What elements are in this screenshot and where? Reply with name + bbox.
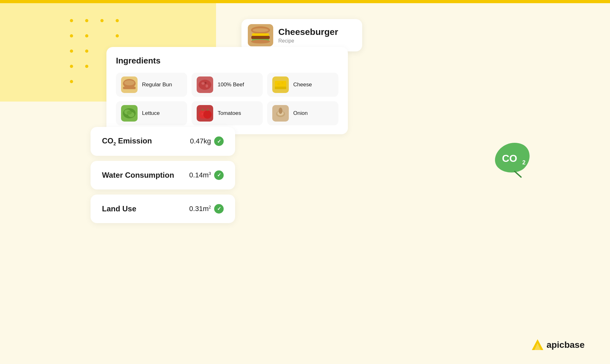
ingredient-onion-label: Onion xyxy=(293,110,308,116)
ingredient-tomato-image xyxy=(197,105,213,122)
recipe-card: Cheeseburger Recipe xyxy=(241,19,362,51)
apicbase-logo-icon xyxy=(531,339,544,351)
svg-point-10 xyxy=(201,82,205,85)
ingredient-onion-image xyxy=(272,105,289,122)
recipe-subtitle: Recipe xyxy=(278,38,338,44)
water-check-icon: ✓ xyxy=(214,170,224,180)
svg-point-7 xyxy=(124,80,134,85)
dot xyxy=(85,34,88,37)
ingredient-lettuce-label: Lettuce xyxy=(142,110,160,116)
dot xyxy=(85,50,88,53)
recipe-title: Cheeseburger xyxy=(278,27,338,37)
svg-point-5 xyxy=(251,40,270,43)
svg-line-23 xyxy=(202,109,203,111)
dot xyxy=(70,65,73,68)
water-consumption-card: Water Consumption 0.14m3 ✓ xyxy=(91,161,235,189)
dot xyxy=(85,19,88,22)
svg-point-25 xyxy=(201,113,203,115)
co2-label: CO2 Emission xyxy=(102,136,152,146)
dot xyxy=(70,19,73,22)
svg-point-9 xyxy=(199,80,211,90)
svg-point-22 xyxy=(203,110,212,119)
ingredient-beef-label: 100% Beef xyxy=(218,82,244,88)
ingredient-tomatoes: Tomatoes xyxy=(192,101,263,125)
land-value: 0.31m2 xyxy=(189,205,211,213)
svg-point-11 xyxy=(206,84,208,88)
ingredient-bun-image xyxy=(121,76,138,93)
svg-rect-14 xyxy=(275,87,286,89)
ingredient-cheese-image xyxy=(272,76,289,93)
dot xyxy=(70,80,73,83)
ingredient-bun-label: Regular Bun xyxy=(142,82,172,88)
svg-point-20 xyxy=(127,111,132,115)
ingredient-beef: 100% Beef xyxy=(192,73,263,97)
ingredient-lettuce-image xyxy=(121,105,138,122)
svg-point-12 xyxy=(205,82,207,84)
land-check-icon: ✓ xyxy=(214,204,224,214)
burger-image-icon xyxy=(249,26,272,45)
ingredient-beef-image xyxy=(197,76,213,93)
ingredients-title: Ingredients xyxy=(116,56,338,66)
svg-point-29 xyxy=(279,108,282,114)
svg-text:CO: CO xyxy=(502,153,517,164)
svg-point-16 xyxy=(281,82,283,84)
water-value: 0.14m3 xyxy=(189,171,211,179)
ingredient-lettuce: Lettuce xyxy=(116,101,187,125)
dot xyxy=(70,50,73,53)
water-label: Water Consumption xyxy=(102,171,174,180)
co2-emission-card: CO2 Emission 0.47kg ✓ xyxy=(91,127,235,156)
land-value-group: 0.31m2 ✓ xyxy=(189,204,224,214)
land-label: Land Use xyxy=(102,204,136,213)
svg-line-24 xyxy=(207,109,208,111)
ingredient-onion: Onion xyxy=(267,101,338,125)
dot xyxy=(85,65,88,68)
stats-area: CO2 Emission 0.47kg ✓ Water Consumption … xyxy=(91,127,235,223)
recipe-image xyxy=(248,24,273,46)
ingredient-cheese: Cheese xyxy=(267,73,338,97)
apicbase-name: apicbase xyxy=(546,340,585,350)
co2-leaf-decoration: CO 2 xyxy=(492,140,537,178)
ingredients-card: Ingredients Regular Bun xyxy=(106,47,348,134)
svg-rect-3 xyxy=(251,36,270,39)
land-use-card: Land Use 0.31m2 ✓ xyxy=(91,195,235,223)
co2-value: 0.47kg xyxy=(190,137,211,145)
top-bar xyxy=(0,0,610,3)
water-value-group: 0.14m3 ✓ xyxy=(189,170,224,180)
svg-line-30 xyxy=(515,171,521,177)
svg-point-1 xyxy=(253,28,268,32)
dot xyxy=(116,19,119,22)
dot xyxy=(100,19,104,22)
dot xyxy=(116,34,119,37)
recipe-info: Cheeseburger Recipe xyxy=(278,27,338,44)
dot xyxy=(70,34,73,37)
svg-rect-2 xyxy=(252,33,269,36)
ingredients-grid: Regular Bun 100% Beef xyxy=(116,73,338,125)
svg-point-15 xyxy=(277,83,280,85)
ingredient-cheese-label: Cheese xyxy=(293,82,312,88)
svg-text:2: 2 xyxy=(522,159,525,166)
co2-check-icon: ✓ xyxy=(214,136,224,146)
svg-rect-8 xyxy=(123,87,136,89)
apicbase-logo: apicbase xyxy=(531,339,585,351)
ingredient-bun: Regular Bun xyxy=(116,73,187,97)
ingredient-tomatoes-label: Tomatoes xyxy=(218,110,241,116)
co2-value-group: 0.47kg ✓ xyxy=(190,136,224,146)
